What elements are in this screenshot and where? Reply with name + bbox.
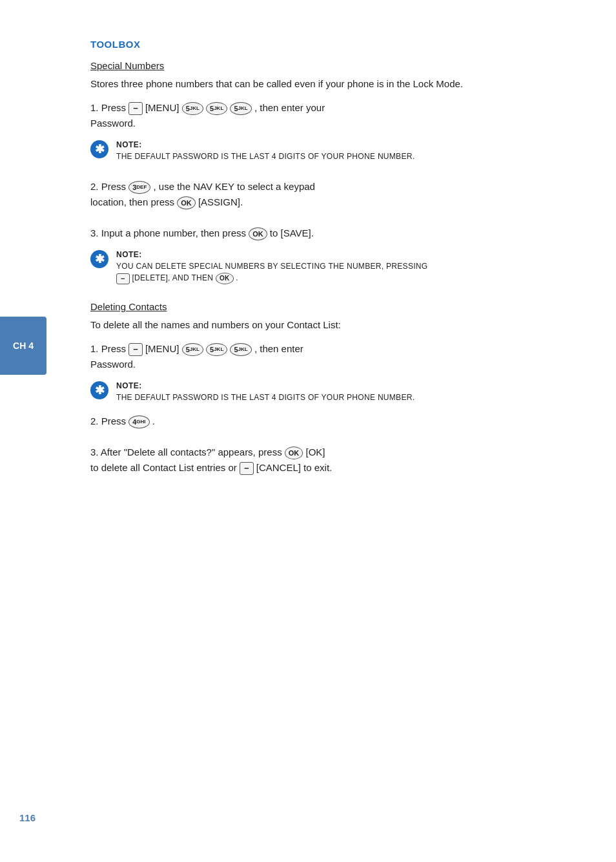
del-key-5jkl-1: 5 JKL <box>182 343 203 356</box>
del-cancel-minus: − <box>240 462 254 475</box>
note2-ok: OK <box>216 273 234 284</box>
note-label-1: NOTE: <box>116 140 577 149</box>
del-key-5jkl-3: 5 JKL <box>230 343 251 356</box>
key-ok-1: OK <box>177 196 196 209</box>
special-numbers-step1: 1. Press − [MENU] 5 JKL 5 JKL 5 JKL , th… <box>90 100 577 131</box>
deleting-contacts-description: To delete all the names and numbers on y… <box>90 317 577 332</box>
note-text-1: THE DEFAULT PASSWORD IS THE LAST 4 DIGIT… <box>116 151 577 162</box>
page-number: 116 <box>19 812 36 823</box>
deleting-contacts-heading: Deleting Contacts <box>90 301 577 312</box>
note-label-3: NOTE: <box>116 381 577 390</box>
key-ok-2: OK <box>249 227 267 240</box>
del-ok-key: OK <box>285 447 303 459</box>
special-numbers-heading: Special Numbers <box>90 60 577 71</box>
note-content-2: NOTE: YOU CAN DELETE SPECIAL NUMBERS BY … <box>116 250 577 284</box>
step2-text-before: 2. Press <box>90 181 128 192</box>
note2-minus: − <box>116 273 130 284</box>
step3-text-before: 3. Input a phone number, then press <box>90 227 249 238</box>
note-icon-3: ✱ <box>90 381 108 399</box>
del-step3-before: 3. After "Delete all contacts?" appears,… <box>90 447 285 457</box>
special-numbers-step2: 2. Press 3 DEF , use the NAV KEY to sele… <box>90 179 577 210</box>
key-3def: 3 DEF <box>128 181 150 194</box>
deleting-step2: 2. Press 4 GHI . <box>90 414 577 429</box>
ch4-label: CH 4 <box>13 341 34 351</box>
special-numbers-description: Stores three phone numbers that can be c… <box>90 76 577 91</box>
note-label-2: NOTE: <box>116 250 577 259</box>
deleting-step1: 1. Press − [MENU] 5 JKL 5 JKL 5 JKL , th… <box>90 341 577 372</box>
page-container: CH 4 116 TOOLBOX Special Numbers Stores … <box>0 0 616 862</box>
key-5jkl-3: 5 JKL <box>230 102 251 115</box>
key-5jkl-1: 5 JKL <box>182 102 203 115</box>
note2-line1: YOU CAN DELETE SPECIAL NUMBERS BY SELECT… <box>116 262 427 271</box>
note2-delete: [DELETE], AND THEN <box>132 273 216 282</box>
note2-period: . <box>236 273 238 282</box>
main-content: TOOLBOX Special Numbers Stores three pho… <box>77 0 616 862</box>
note-text-2: YOU CAN DELETE SPECIAL NUMBERS BY SELECT… <box>116 260 577 284</box>
note-content-3: NOTE: THE DEFAULT PASSWORD IS THE LAST 4… <box>116 381 577 403</box>
step2-assign: [ASSIGN]. <box>198 196 243 207</box>
note-block-2: ✱ NOTE: YOU CAN DELETE SPECIAL NUMBERS B… <box>90 250 577 284</box>
note-block-1: ✱ NOTE: THE DEFAULT PASSWORD IS THE LAST… <box>90 140 577 162</box>
step3-text-after: to [SAVE]. <box>270 227 314 238</box>
sidebar: CH 4 116 <box>0 0 77 862</box>
step1-menu: [MENU] <box>145 102 182 113</box>
del-key-5jkl-2: 5 JKL <box>206 343 227 356</box>
step1-text-before: 1. Press <box>90 102 128 113</box>
key-5jkl-2: 5 JKL <box>206 102 227 115</box>
note-icon-2: ✱ <box>90 250 108 268</box>
note-icon-1: ✱ <box>90 140 108 158</box>
note-text-3: THE DEFAULT PASSWORD IS THE LAST 4 DIGIT… <box>116 392 577 403</box>
del-step1-menu: [MENU] <box>145 343 182 354</box>
special-numbers-step3: 3. Input a phone number, then press OK t… <box>90 226 577 241</box>
note-block-3: ✱ NOTE: THE DEFAULT PASSWORD IS THE LAST… <box>90 381 577 403</box>
del-step2-after: . <box>152 415 155 426</box>
deleting-step3: 3. After "Delete all contacts?" appears,… <box>90 445 577 476</box>
del-step1-before: 1. Press <box>90 343 128 354</box>
minus-key-1: − <box>128 102 143 115</box>
ch4-tab: CH 4 <box>0 317 46 375</box>
note-content-1: NOTE: THE DEFAULT PASSWORD IS THE LAST 4… <box>116 140 577 162</box>
toolbox-title: TOOLBOX <box>90 39 577 50</box>
del-minus-key: − <box>128 343 143 356</box>
del-step2-before: 2. Press <box>90 415 128 426</box>
del-step3-cancel: [CANCEL] to exit. <box>256 462 333 473</box>
del-key-4ghi: 4 GHI <box>128 415 149 428</box>
